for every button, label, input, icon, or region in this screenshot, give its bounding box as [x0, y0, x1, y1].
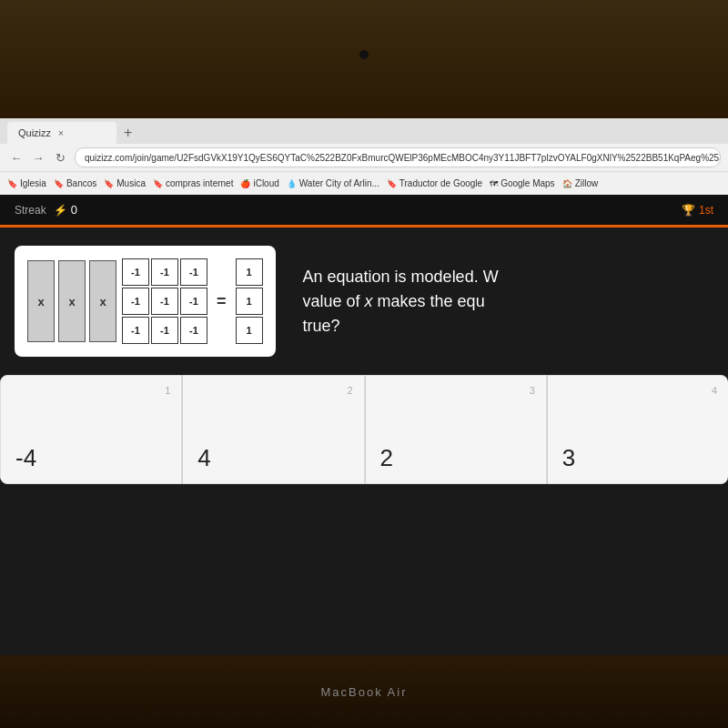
neg-cell-4: -1: [122, 288, 149, 315]
bookmark-icon-iglesia: 🔖: [7, 179, 17, 188]
tab-close-button[interactable]: ×: [58, 128, 64, 138]
nav-controls: ← → ↻: [7, 148, 69, 167]
answer-card-3[interactable]: 3 2: [365, 375, 547, 484]
bookmark-translate[interactable]: 🔖 Traductor de Google: [387, 178, 482, 188]
neg-cell-1: -1: [122, 258, 149, 286]
bookmark-label-icloud: iCloud: [253, 178, 278, 188]
pos-tiles-right: 1 1 1: [236, 258, 263, 344]
pos-cell-1: 1: [236, 258, 263, 286]
bookmark-icloud[interactable]: 🍎 iCloud: [240, 178, 278, 188]
streak-label: Streak: [15, 204, 46, 217]
active-tab[interactable]: Quizizz ×: [7, 122, 116, 144]
pos-cell-2: 1: [236, 288, 263, 315]
answer-card-4[interactable]: 4 3: [547, 375, 728, 484]
bookmark-maps[interactable]: 🗺 Google Maps: [490, 178, 554, 188]
address-bar: ← → ↻ quizizz.com/join/game/U2FsdGVkX19Y…: [0, 144, 728, 171]
answers-row: 1 -4 2 4 3 2 4 3: [0, 375, 728, 484]
bookmark-zillow[interactable]: 🏠 Zillow: [562, 178, 599, 188]
streak-value: ⚡ 0: [54, 203, 77, 217]
answer-card-1[interactable]: 1 -4: [0, 375, 182, 484]
bookmark-water[interactable]: 💧 Water City of Arlin...: [287, 178, 379, 188]
pos-cell-3: 1: [236, 317, 263, 344]
answer-number-3: 3: [530, 385, 535, 396]
zillow-icon: 🏠: [562, 179, 572, 188]
screen: Quizizz × + ← → ↻ quizizz.com/join/game/…: [0, 118, 728, 655]
answer-number-4: 4: [712, 385, 717, 396]
bookmark-icon-musica: 🔖: [104, 179, 114, 188]
macbook-brand-label: MacBook Air: [321, 685, 408, 699]
neg-cell-2: -1: [151, 258, 178, 286]
answer-value-3: 2: [380, 444, 393, 472]
url-text: quizizz.com/join/game/U2FsdGVkX19Y1QyES6…: [85, 153, 721, 163]
question-text: An equation is modeled. Wvalue of x make…: [303, 265, 499, 339]
back-button[interactable]: ←: [7, 148, 25, 167]
bookmark-iglesia[interactable]: 🔖 Iglesia: [7, 178, 46, 188]
answer-value-2: 4: [197, 444, 210, 472]
bookmark-label-maps: Google Maps: [500, 178, 554, 188]
tab-label: Quizizz: [18, 127, 51, 138]
bookmark-icon-compras: 🔖: [153, 179, 163, 188]
trophy-icon: 🏆: [682, 204, 695, 217]
bookmark-label-bancos: Bancos: [66, 178, 96, 188]
webcam: [359, 50, 369, 59]
bookmark-label-musica: Musica: [116, 178, 146, 188]
equals-sign: =: [213, 292, 230, 311]
streak-count: 0: [71, 203, 77, 217]
forward-button[interactable]: →: [29, 148, 47, 167]
x-tile-3: x: [89, 260, 116, 342]
answer-number-2: 2: [347, 385, 352, 396]
apple-icon: 🍎: [240, 179, 250, 188]
neg-cell-9: -1: [180, 317, 207, 344]
quizizz-content: Streak ⚡ 0 🏆 1st x x x: [0, 195, 728, 484]
neg-cell-6: -1: [180, 288, 207, 315]
bookmark-musica[interactable]: 🔖 Musica: [104, 178, 146, 188]
neg-tiles-left: -1 -1 -1 -1 -1 -1 -1 -1 -1: [122, 258, 207, 344]
bookmark-label-water: Water City of Arlin...: [299, 178, 379, 188]
laptop-bottom-bezel: MacBook Air: [0, 655, 728, 728]
translate-icon: 🔖: [387, 179, 397, 188]
bookmark-compras[interactable]: 🔖 compras internet: [153, 178, 233, 188]
question-area: x x x -1 -1 -1 -1 -1 -1 -1 -1 -1: [0, 228, 728, 366]
bookmark-icon-bancos: 🔖: [54, 179, 64, 188]
x-tile-1: x: [27, 260, 55, 342]
question-text-area: An equation is modeled. Wvalue of x make…: [294, 246, 713, 357]
laptop-top-bezel: [0, 0, 728, 118]
neg-cell-8: -1: [151, 317, 178, 344]
neg-cell-5: -1: [151, 288, 178, 315]
bookmark-bancos[interactable]: 🔖 Bancos: [54, 178, 96, 188]
x-tile-2: x: [58, 260, 86, 342]
answer-value-4: 3: [562, 444, 575, 472]
browser-chrome: Quizizz × + ← → ↻ quizizz.com/join/game/…: [0, 118, 728, 195]
bookmarks-bar: 🔖 Iglesia 🔖 Bancos 🔖 Musica 🔖 compras in…: [0, 171, 728, 195]
tab-bar: Quizizz × +: [0, 118, 728, 144]
rank-badge: 🏆 1st: [682, 204, 713, 217]
rank-text: 1st: [699, 204, 713, 217]
answer-number-1: 1: [165, 385, 170, 396]
lightning-icon: ⚡: [54, 204, 67, 217]
equation-model: x x x -1 -1 -1 -1 -1 -1 -1 -1 -1: [15, 246, 276, 357]
streak-bar: Streak ⚡ 0 🏆 1st: [0, 195, 728, 228]
x-tiles: x x x: [27, 260, 116, 342]
water-icon: 💧: [287, 179, 297, 188]
maps-icon: 🗺: [490, 179, 498, 188]
url-input[interactable]: quizizz.com/join/game/U2FsdGVkX19Y1QyES6…: [75, 147, 721, 167]
equation-layout: x x x -1 -1 -1 -1 -1 -1 -1 -1 -1: [27, 258, 263, 344]
neg-cell-3: -1: [180, 258, 207, 286]
bookmark-label-compras: compras internet: [166, 178, 233, 188]
bookmark-label-translate: Traductor de Google: [399, 178, 482, 188]
bookmark-label-iglesia: Iglesia: [20, 178, 46, 188]
answer-card-2[interactable]: 2 4: [182, 375, 364, 484]
refresh-button[interactable]: ↻: [51, 148, 69, 167]
bookmark-label-zillow: Zillow: [575, 178, 599, 188]
answer-value-1: -4: [15, 444, 36, 472]
new-tab-button[interactable]: +: [116, 122, 139, 144]
neg-cell-7: -1: [122, 317, 149, 344]
